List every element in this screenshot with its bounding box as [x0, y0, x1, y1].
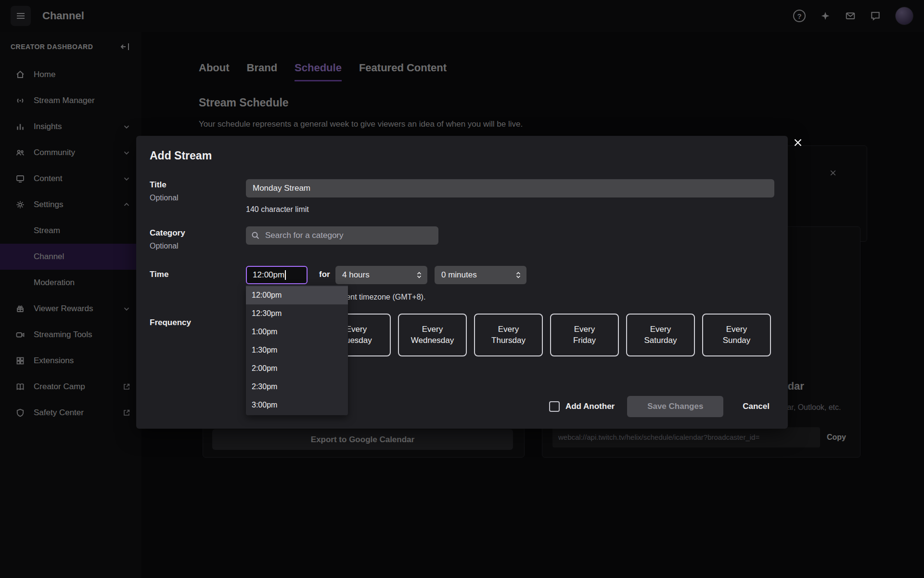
duration-minutes-select[interactable]: 0 minutes: [435, 266, 526, 284]
title-input[interactable]: [246, 179, 774, 197]
add-another-label: Add Another: [565, 402, 615, 411]
time-field-label: Time: [150, 270, 168, 279]
add-stream-modal: Add Stream Title Optional 140 character …: [136, 136, 788, 429]
category-field-optional: Optional: [150, 242, 179, 250]
time-option[interactable]: 2:00pm: [246, 359, 348, 378]
time-option[interactable]: 1:00pm: [246, 323, 348, 341]
time-input[interactable]: 12:00pm: [246, 266, 308, 284]
search-icon: [251, 231, 260, 240]
close-icon: [793, 138, 803, 147]
stepper-icon: [416, 271, 423, 279]
time-option[interactable]: 3:00pm: [246, 396, 348, 414]
save-changes-button[interactable]: Save Changes: [627, 396, 723, 417]
category-field-label: Category: [150, 228, 185, 238]
time-option[interactable]: 12:00pm: [246, 286, 348, 304]
text-cursor: [285, 270, 286, 280]
modal-close-button[interactable]: [793, 138, 803, 147]
category-search-input[interactable]: [264, 230, 434, 241]
frequency-every-wednesday[interactable]: EveryWednesday: [398, 314, 467, 356]
category-search-box: [246, 226, 438, 245]
frequency-every-friday[interactable]: EveryFriday: [550, 314, 619, 356]
time-option[interactable]: 2:30pm: [246, 378, 348, 396]
frequency-every-saturday[interactable]: EverySaturday: [626, 314, 695, 356]
stepper-icon: [515, 271, 522, 279]
modal-title: Add Stream: [150, 149, 212, 162]
time-dropdown: 12:00pm 12:30pm 1:00pm 1:30pm 2:00pm 2:3…: [246, 285, 348, 415]
duration-hours-select[interactable]: 4 hours: [335, 266, 427, 284]
title-field-label: Title: [150, 180, 167, 190]
time-value: 12:00pm: [253, 270, 284, 280]
duration-hours-value: 4 hours: [342, 270, 370, 280]
character-limit-hint: 140 character limit: [246, 205, 309, 214]
frequency-every-sunday[interactable]: EverySunday: [702, 314, 771, 356]
for-label: for: [319, 270, 330, 279]
frequency-every-thursday[interactable]: EveryThursday: [474, 314, 543, 356]
cancel-button[interactable]: Cancel: [736, 402, 776, 411]
title-field-optional: Optional: [150, 194, 179, 202]
add-another-option[interactable]: Add Another: [549, 401, 615, 412]
time-option[interactable]: 12:30pm: [246, 304, 348, 323]
frequency-field-label: Frequency: [150, 318, 191, 328]
modal-footer: Add Another Save Changes Cancel: [549, 396, 776, 417]
time-option[interactable]: 1:30pm: [246, 341, 348, 359]
duration-minutes-value: 0 minutes: [441, 270, 477, 280]
add-another-checkbox[interactable]: [549, 401, 560, 412]
